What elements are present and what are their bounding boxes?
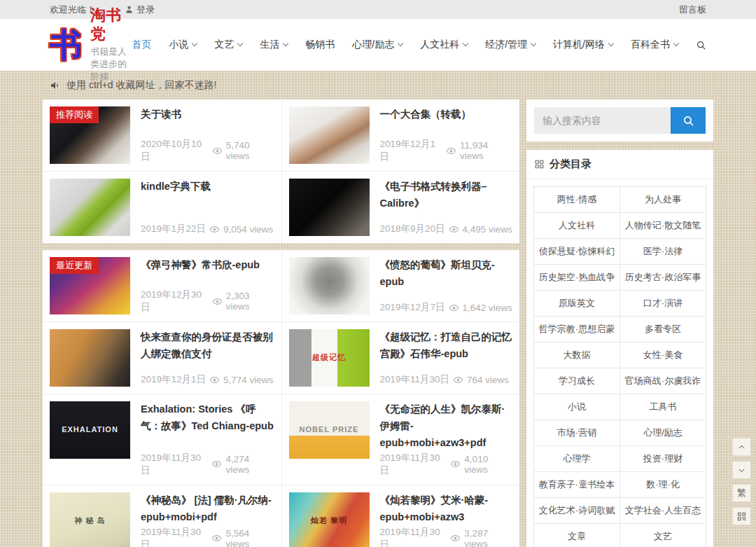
article-views: 3,287 views (464, 528, 512, 547)
notice-text: 使用 ctrl+d 收藏网址，回家不迷路! (66, 79, 216, 92)
category-link[interactable]: 多看专区 (620, 317, 706, 342)
article-card[interactable]: 《电子书格式转换利器–Calibre》 2018年9月20日 4,495 vie… (281, 171, 520, 243)
views-eye-icon (449, 303, 459, 313)
article-meta: 2019年11月30日 3,287 views (380, 526, 513, 547)
search-button[interactable] (671, 107, 706, 134)
article-meta: 2019年12月30日 2,303 views (141, 289, 274, 314)
traditional-chinese-toggle[interactable]: 繁 (732, 484, 751, 502)
site-name: 淘书党 (90, 6, 132, 43)
article-views: 5,740 views (226, 140, 274, 161)
category-link[interactable]: 教育亲子·童书绘本 (534, 472, 620, 497)
category-link[interactable]: 文艺 (620, 524, 706, 547)
nav-bestsellers[interactable]: 畅销书 (305, 39, 335, 51)
qr-code-button[interactable] (732, 507, 751, 525)
category-link[interactable]: 历史考古·政治军事 (620, 265, 706, 290)
category-link[interactable]: 两性·情感 (534, 187, 620, 212)
article-title[interactable]: kindle字典下载 (141, 179, 274, 195)
category-link[interactable]: 医学·法律 (620, 239, 706, 264)
message-board-link[interactable]: 留言板 (679, 4, 706, 16)
article-card[interactable]: EXHALATION Exhalation: Stories 《呼气：故事》Te… (43, 394, 281, 485)
article-thumbnail[interactable]: NOBEL PRIZE (289, 401, 370, 459)
category-link[interactable]: 口才·演讲 (620, 291, 706, 316)
article-thumbnail[interactable]: EXHALATION (50, 401, 130, 459)
nav-psychology[interactable]: 心理/励志 (352, 39, 402, 51)
nav-computers[interactable]: 计算机/网络 (553, 39, 613, 51)
category-link[interactable]: 为人处事 (620, 187, 706, 212)
article-views: 5,774 views (223, 375, 273, 385)
article-date: 2019年12月30日 (141, 289, 209, 314)
category-link[interactable]: 大数据 (534, 342, 620, 368)
category-link[interactable]: 文学社会·人生百态 (620, 498, 706, 523)
article-meta: 2019年12月1日 11,934 views (380, 138, 513, 164)
nav-life[interactable]: 生活 (260, 39, 288, 51)
article-thumbnail[interactable]: 超级记忆 (289, 329, 370, 387)
recommended-badge: 推荐阅读 (50, 106, 99, 123)
category-link[interactable]: 心理/励志 (620, 420, 706, 445)
category-link[interactable]: 文章 (534, 524, 620, 547)
article-thumbnail[interactable] (50, 179, 130, 236)
article-thumbnail[interactable]: 最近更新 (50, 257, 130, 314)
category-link[interactable]: 投资·理财 (620, 446, 706, 471)
category-link[interactable]: 官场商战·尔虞我诈 (620, 368, 706, 394)
category-link[interactable]: 小说 (534, 394, 620, 420)
article-title[interactable]: 《灿若黎明》艾米·哈蒙-epub+mobi+azw3 (380, 492, 513, 526)
category-link[interactable]: 历史架空·热血战争 (534, 265, 620, 290)
category-link[interactable]: 原版英文 (534, 291, 620, 316)
article-thumbnail[interactable] (289, 257, 370, 314)
article-title[interactable]: 《愤怒的葡萄》斯坦贝克-epub (380, 257, 513, 291)
article-card[interactable]: NOBEL PRIZE 《无命运的人生》凯尔泰斯·伊姆雷-epub+mobi+a… (281, 394, 520, 485)
site-logo[interactable]: 书 淘书党 书籍是人类进步的阶梯 (50, 6, 132, 83)
nav-search-button[interactable] (696, 40, 706, 50)
search-input[interactable] (534, 107, 671, 134)
category-link[interactable]: 侦探悬疑·惊悚科幻 (534, 239, 620, 264)
nav-home[interactable]: 首页 (132, 39, 151, 51)
article-title[interactable]: 快来查查你的身份证是否被别人绑定微信支付 (141, 329, 274, 363)
scroll-top-button[interactable] (732, 438, 751, 456)
category-link[interactable]: 女性·美食 (620, 342, 706, 368)
article-thumbnail[interactable]: 神 秘 岛 (50, 492, 130, 547)
article-title[interactable]: 《超级记忆：打造自己的记忆宫殿》石伟华-epub (380, 329, 513, 363)
nav-fiction[interactable]: 小说 (169, 39, 197, 51)
article-title[interactable]: 一个大合集（转载） (380, 106, 513, 123)
category-link[interactable]: 人物传记·散文随笔 (620, 213, 706, 238)
category-link[interactable]: 哲学宗教·思想启蒙 (534, 317, 620, 342)
article-card[interactable]: kindle字典下载 2019年1月22日 9,054 views (43, 171, 281, 243)
category-link[interactable]: 心理学 (534, 446, 620, 471)
article-thumbnail[interactable] (289, 179, 370, 236)
article-title[interactable]: 关于读书 (141, 106, 274, 123)
article-thumbnail[interactable] (289, 106, 370, 164)
chevron-down-icon (738, 466, 746, 474)
article-date: 2018年9月20日 (380, 223, 445, 235)
featured-block: 推荐阅读 关于读书 2020年10月10日 5,740 views (43, 99, 519, 243)
article-thumbnail[interactable] (50, 329, 130, 387)
article-card[interactable]: 《愤怒的葡萄》斯坦贝克-epub 2019年12月7日 1,642 views (281, 250, 520, 321)
article-title[interactable]: 《神秘岛》 [法] 儒勒·凡尔纳-epub+mobi+pdf (141, 492, 274, 526)
article-meta: 2018年9月20日 4,495 views (380, 223, 513, 236)
article-card[interactable]: 超级记忆 《超级记忆：打造自己的记忆宫殿》石伟华-epub 2019年11月30… (281, 321, 520, 394)
views-eye-icon (211, 459, 222, 469)
article-card[interactable]: 神 秘 岛 《神秘岛》 [法] 儒勒·凡尔纳-epub+mobi+pdf 201… (43, 485, 281, 547)
nav-literature[interactable]: 文艺 (214, 39, 242, 51)
category-link[interactable]: 学习成长 (534, 368, 620, 394)
article-card[interactable]: 快来查查你的身份证是否被别人绑定微信支付 2019年12月1日 5,774 vi… (43, 321, 281, 394)
category-link[interactable]: 工具书 (620, 394, 706, 420)
article-thumbnail[interactable]: 推荐阅读 (50, 106, 130, 164)
article-title[interactable]: Exhalation: Stories 《呼气：故事》Ted Chiang-ep… (141, 401, 274, 435)
article-card[interactable]: 推荐阅读 关于读书 2020年10月10日 5,740 views (43, 99, 281, 171)
article-card[interactable]: 最近更新 《弹弓神警》常书欣-epub 2019年12月30日 2,303 vi… (43, 250, 281, 321)
article-title[interactable]: 《无命运的人生》凯尔泰斯·伊姆雷-epub+mobi+azw3+pdf (380, 401, 513, 452)
nav-economics[interactable]: 经济/管理 (485, 39, 536, 51)
category-link[interactable]: 数·理·化 (620, 472, 706, 497)
thumbnail-title-text: NOBEL PRIZE (297, 424, 362, 435)
nav-encyclopedia[interactable]: 百科全书 (631, 39, 678, 51)
article-thumbnail[interactable]: 灿若 黎明 (289, 492, 370, 547)
scroll-bottom-button[interactable] (732, 461, 751, 479)
article-card[interactable]: 灿若 黎明 《灿若黎明》艾米·哈蒙-epub+mobi+azw3 2019年11… (281, 485, 520, 547)
article-title[interactable]: 《弹弓神警》常书欣-epub (141, 257, 274, 274)
category-link[interactable]: 文化艺术·诗词歌赋 (534, 498, 620, 523)
category-link[interactable]: 市场·营销 (534, 420, 620, 445)
article-title[interactable]: 《电子书格式转换利器–Calibre》 (380, 179, 513, 212)
nav-humanities[interactable]: 人文社科 (420, 39, 468, 51)
article-card[interactable]: 一个大合集（转载） 2019年12月1日 11,934 views (281, 99, 520, 171)
category-link[interactable]: 人文社科 (534, 213, 620, 238)
